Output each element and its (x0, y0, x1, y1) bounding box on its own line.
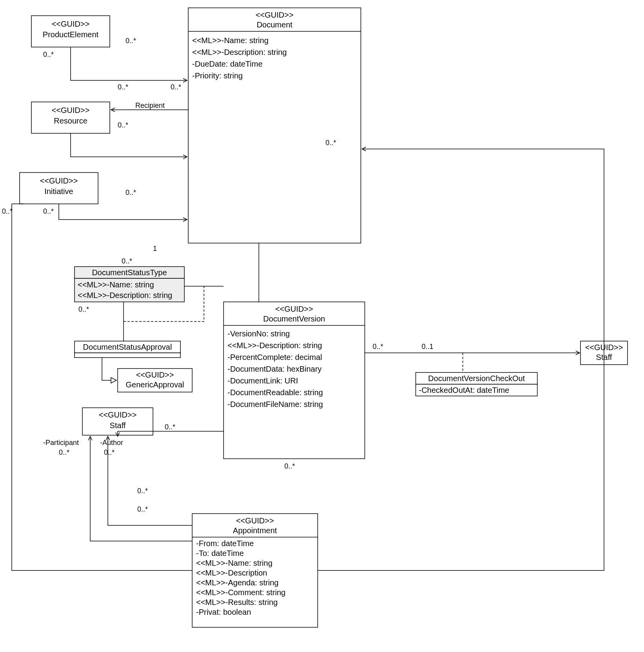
class-documentversion: <<GUID>> DocumentVersion -VersionNo: str… (224, 302, 365, 459)
attr: -PercentComplete: decimal (227, 353, 322, 361)
attr: -DueDate: dateTime (192, 60, 262, 68)
svg-rect-8 (75, 353, 180, 358)
attr: -DocumentFileName: string (227, 400, 323, 409)
role: -Author (100, 439, 123, 447)
gen-approval (102, 358, 116, 380)
class-name: DocumentStatusApproval (83, 343, 172, 351)
class-name: DocumentVersion (263, 314, 325, 323)
mult: 0..* (118, 83, 128, 91)
attr: <<ML>>-Agenda: string (196, 578, 278, 587)
attr: -From: dateTime (196, 539, 254, 548)
class-productelement: <<GUID>> ProductElement (31, 16, 110, 47)
assoc-resource-document-2 (71, 133, 187, 157)
stereotype: <<GUID>> (52, 20, 90, 28)
uml-diagram: <<GUID>> ProductElement <<GUID>> Resourc… (0, 0, 644, 652)
mult: 0..* (104, 449, 115, 456)
class-name: Appointment (233, 526, 277, 535)
mult: 0..* (171, 83, 181, 91)
mult: 0..1 (422, 343, 433, 351)
attr: -DocumentData: hexBinary (227, 365, 322, 373)
attr: -Privat: boolean (196, 608, 251, 616)
stereotype: <<GUID>> (99, 410, 137, 419)
class-name: Resource (54, 116, 87, 125)
attr: <<ML>>-Description: string (192, 48, 287, 56)
mult: 0..* (284, 462, 295, 470)
mult: 0..* (326, 139, 336, 147)
class-documentstatusapproval: DocumentStatusApproval (75, 341, 180, 358)
attr: -To: dateTime (196, 549, 244, 558)
stereotype: <<GUID>> (136, 370, 174, 379)
class-resource: <<GUID>> Resource (31, 102, 110, 133)
attr: <<ML>>-Comment: string (196, 588, 286, 597)
attr: <<ML>>-Name: string (196, 559, 273, 567)
class-name: Document (257, 20, 293, 29)
class-name: DocumentVersionCheckOut (428, 374, 525, 383)
mult: 0..* (137, 505, 148, 513)
attr: <<ML>>-Name: string (192, 36, 269, 45)
mult: 0..* (126, 189, 136, 196)
class-documentversioncheckout: DocumentVersionCheckOut -CheckedOutAt: d… (416, 372, 537, 396)
stereotype: <<GUID>> (236, 516, 274, 525)
mult: 0..* (118, 121, 128, 129)
stereotype: <<GUID>> (40, 176, 78, 185)
stereotype: <<GUID>> (275, 305, 313, 313)
attr: <<ML>>-Results: string (196, 598, 278, 607)
class-name: GenericApproval (126, 380, 184, 389)
mult: 0..* (122, 257, 132, 265)
class-name: ProductElement (43, 30, 99, 39)
mult: 0..* (137, 487, 148, 495)
mult: 1 (153, 245, 157, 252)
attr: <<ML>>-Description: string (227, 341, 322, 350)
attr: -VersionNo: string (227, 329, 290, 338)
class-name: DocumentStatusType (92, 268, 167, 277)
class-genericapproval: <<GUID>> GenericApproval (118, 369, 192, 392)
mult: 0..* (43, 51, 54, 58)
role: Recipient (135, 102, 165, 109)
mult: 0..* (59, 449, 69, 456)
stereotype: <<GUID>> (256, 11, 294, 19)
mult: 0..* (78, 305, 89, 313)
class-documentstatustype: DocumentStatusType <<ML>>-Name: string <… (75, 267, 184, 302)
class-name: Initiative (44, 187, 73, 196)
mult: 0..* (43, 207, 54, 215)
assoc-appointment-staff-1 (108, 436, 192, 525)
mult: 0..* (2, 207, 13, 215)
attr: <<ML>>-Name: string (78, 280, 154, 289)
class-document: <<GUID>> Document <<ML>>-Name: string <<… (188, 8, 361, 243)
mult: 0..* (373, 343, 383, 351)
attr: -CheckedOutAt: dateTime (419, 386, 509, 394)
mult: 0..* (165, 423, 175, 431)
class-initiative: <<GUID>> Initiative (20, 173, 98, 204)
stereotype: <<GUID>> (52, 106, 90, 114)
assoc-productelement-document (71, 47, 187, 80)
mult: 0..* (126, 37, 136, 45)
class-name: Staff (110, 421, 126, 430)
assoc-initiative-document (59, 204, 187, 220)
attr: -DocumentReadable: string (227, 388, 323, 397)
attr: <<ML>>-Description: string (78, 291, 172, 300)
class-appointment: <<GUID>> Appointment -From: dateTime -To… (192, 514, 318, 627)
role: -Participant (43, 439, 79, 447)
attr: <<ML>>-Description (196, 568, 267, 577)
attr: -Priority: string (192, 71, 243, 80)
attr: -DocumentLink: URI (227, 376, 298, 385)
